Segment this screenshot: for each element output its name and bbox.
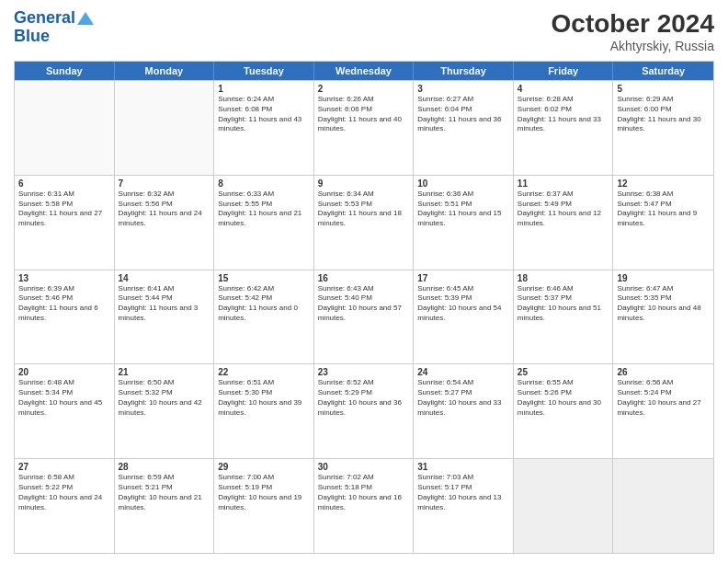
calendar-cell-15: 15Sunrise: 6:42 AM Sunset: 5:42 PM Dayli… (214, 270, 314, 364)
day-info: Sunrise: 6:27 AM Sunset: 6:04 PM Dayligh… (417, 95, 509, 134)
day-number: 10 (417, 178, 509, 189)
calendar-cell-empty (613, 459, 713, 553)
calendar-cell-22: 22Sunrise: 6:51 AM Sunset: 5:30 PM Dayli… (214, 364, 314, 458)
calendar-cell-2: 2Sunrise: 6:26 AM Sunset: 6:06 PM Daylig… (314, 81, 415, 175)
day-info: Sunrise: 6:47 AM Sunset: 5:35 PM Dayligh… (617, 284, 710, 324)
calendar-row-5: 27Sunrise: 6:58 AM Sunset: 5:22 PM Dayli… (15, 458, 713, 553)
calendar-cell-1: 1Sunrise: 6:24 AM Sunset: 6:08 PM Daylig… (214, 81, 314, 175)
header-day-monday: Monday (115, 62, 215, 80)
logo-icon (77, 10, 94, 27)
calendar-cell-14: 14Sunrise: 6:41 AM Sunset: 5:44 PM Dayli… (115, 270, 215, 364)
day-number: 31 (417, 462, 509, 472)
day-info: Sunrise: 6:48 AM Sunset: 5:34 PM Dayligh… (18, 378, 110, 418)
day-info: Sunrise: 6:58 AM Sunset: 5:22 PM Dayligh… (18, 473, 110, 512)
day-info: Sunrise: 7:03 AM Sunset: 5:17 PM Dayligh… (417, 473, 509, 512)
header-day-friday: Friday (514, 62, 614, 80)
calendar-cell-6: 6Sunrise: 6:31 AM Sunset: 5:58 PM Daylig… (15, 176, 115, 270)
day-info: Sunrise: 6:28 AM Sunset: 6:02 PM Dayligh… (518, 95, 609, 134)
calendar-cell-27: 27Sunrise: 6:58 AM Sunset: 5:22 PM Dayli… (15, 459, 115, 553)
day-number: 8 (218, 178, 310, 189)
calendar-cell-31: 31Sunrise: 7:03 AM Sunset: 5:17 PM Dayli… (414, 459, 514, 553)
day-info: Sunrise: 6:56 AM Sunset: 5:24 PM Dayligh… (617, 378, 710, 418)
calendar-cell-4: 4Sunrise: 6:28 AM Sunset: 6:02 PM Daylig… (514, 81, 614, 175)
day-info: Sunrise: 6:31 AM Sunset: 5:58 PM Dayligh… (18, 190, 110, 229)
day-info: Sunrise: 7:02 AM Sunset: 5:18 PM Dayligh… (318, 473, 410, 512)
day-number: 4 (518, 84, 609, 94)
calendar-cell-30: 30Sunrise: 7:02 AM Sunset: 5:18 PM Dayli… (314, 459, 415, 553)
calendar-cell-7: 7Sunrise: 6:32 AM Sunset: 5:56 PM Daylig… (115, 176, 215, 270)
logo: General Blue (14, 9, 94, 46)
day-info: Sunrise: 6:54 AM Sunset: 5:27 PM Dayligh… (417, 378, 509, 418)
day-number: 24 (417, 367, 509, 377)
day-info: Sunrise: 6:41 AM Sunset: 5:44 PM Dayligh… (119, 284, 210, 324)
calendar-cell-11: 11Sunrise: 6:37 AM Sunset: 5:49 PM Dayli… (514, 176, 614, 270)
day-info: Sunrise: 6:34 AM Sunset: 5:53 PM Dayligh… (318, 190, 410, 229)
svg-marker-0 (77, 12, 94, 25)
calendar-cell-21: 21Sunrise: 6:50 AM Sunset: 5:32 PM Dayli… (115, 364, 215, 458)
day-number: 17 (417, 273, 509, 283)
calendar-cell-5: 5Sunrise: 6:29 AM Sunset: 6:00 PM Daylig… (613, 81, 713, 175)
day-info: Sunrise: 6:52 AM Sunset: 5:29 PM Dayligh… (318, 378, 410, 418)
calendar-cell-12: 12Sunrise: 6:38 AM Sunset: 5:47 PM Dayli… (613, 176, 713, 270)
calendar-cell-empty (15, 81, 115, 175)
day-number: 2 (318, 84, 410, 94)
header-day-saturday: Saturday (613, 62, 713, 80)
day-info: Sunrise: 7:00 AM Sunset: 5:19 PM Dayligh… (218, 473, 310, 512)
day-number: 14 (119, 273, 210, 283)
day-number: 27 (18, 462, 110, 472)
title-location: Akhtyrskiy, Russia (552, 39, 714, 53)
day-info: Sunrise: 6:50 AM Sunset: 5:32 PM Dayligh… (119, 378, 210, 418)
day-number: 13 (18, 273, 110, 283)
day-info: Sunrise: 6:26 AM Sunset: 6:06 PM Dayligh… (318, 95, 410, 134)
calendar-cell-8: 8Sunrise: 6:33 AM Sunset: 5:55 PM Daylig… (214, 176, 314, 270)
calendar-row-2: 6Sunrise: 6:31 AM Sunset: 5:58 PM Daylig… (15, 175, 713, 270)
calendar-cell-20: 20Sunrise: 6:48 AM Sunset: 5:34 PM Dayli… (15, 364, 115, 458)
day-number: 30 (318, 462, 410, 472)
day-info: Sunrise: 6:36 AM Sunset: 5:51 PM Dayligh… (417, 190, 509, 229)
calendar-cell-23: 23Sunrise: 6:52 AM Sunset: 5:29 PM Dayli… (314, 364, 415, 458)
day-number: 28 (119, 462, 210, 472)
day-number: 11 (518, 178, 609, 189)
calendar: SundayMondayTuesdayWednesdayThursdayFrid… (14, 61, 714, 554)
day-number: 16 (318, 273, 410, 283)
day-number: 19 (617, 273, 710, 283)
title-month: October 2024 (552, 9, 714, 39)
day-info: Sunrise: 6:38 AM Sunset: 5:47 PM Dayligh… (617, 190, 710, 229)
calendar-cell-13: 13Sunrise: 6:39 AM Sunset: 5:46 PM Dayli… (15, 270, 115, 364)
calendar-row-4: 20Sunrise: 6:48 AM Sunset: 5:34 PM Dayli… (15, 363, 713, 458)
day-number: 1 (218, 84, 310, 94)
day-number: 5 (617, 84, 710, 94)
calendar-cell-9: 9Sunrise: 6:34 AM Sunset: 5:53 PM Daylig… (314, 176, 415, 270)
calendar-cell-empty (514, 459, 614, 553)
calendar-cell-24: 24Sunrise: 6:54 AM Sunset: 5:27 PM Dayli… (414, 364, 514, 458)
day-number: 22 (218, 367, 310, 377)
day-info: Sunrise: 6:55 AM Sunset: 5:26 PM Dayligh… (518, 378, 609, 418)
calendar-header: SundayMondayTuesdayWednesdayThursdayFrid… (15, 62, 713, 80)
day-number: 15 (218, 273, 310, 283)
day-number: 6 (18, 178, 110, 189)
day-info: Sunrise: 6:39 AM Sunset: 5:46 PM Dayligh… (18, 284, 110, 324)
day-info: Sunrise: 6:59 AM Sunset: 5:21 PM Dayligh… (119, 473, 210, 512)
day-info: Sunrise: 6:33 AM Sunset: 5:55 PM Dayligh… (218, 190, 310, 229)
logo-blue: Blue (14, 28, 50, 46)
calendar-row-1: 1Sunrise: 6:24 AM Sunset: 6:08 PM Daylig… (15, 80, 713, 175)
day-number: 12 (617, 178, 710, 189)
calendar-row-3: 13Sunrise: 6:39 AM Sunset: 5:46 PM Dayli… (15, 270, 713, 364)
day-info: Sunrise: 6:37 AM Sunset: 5:49 PM Dayligh… (518, 190, 609, 229)
day-info: Sunrise: 6:29 AM Sunset: 6:00 PM Dayligh… (617, 95, 710, 134)
calendar-cell-10: 10Sunrise: 6:36 AM Sunset: 5:51 PM Dayli… (414, 176, 514, 270)
calendar-cell-28: 28Sunrise: 6:59 AM Sunset: 5:21 PM Dayli… (115, 459, 215, 553)
calendar-cell-26: 26Sunrise: 6:56 AM Sunset: 5:24 PM Dayli… (613, 364, 713, 458)
logo-text: General (14, 9, 75, 28)
day-number: 3 (417, 84, 509, 94)
calendar-cell-empty (115, 81, 215, 175)
day-info: Sunrise: 6:32 AM Sunset: 5:56 PM Dayligh… (119, 190, 210, 229)
day-info: Sunrise: 6:46 AM Sunset: 5:37 PM Dayligh… (518, 284, 609, 324)
day-number: 21 (119, 367, 210, 377)
day-info: Sunrise: 6:51 AM Sunset: 5:30 PM Dayligh… (218, 378, 310, 418)
calendar-cell-29: 29Sunrise: 7:00 AM Sunset: 5:19 PM Dayli… (214, 459, 314, 553)
calendar-cell-3: 3Sunrise: 6:27 AM Sunset: 6:04 PM Daylig… (414, 81, 514, 175)
calendar-cell-17: 17Sunrise: 6:45 AM Sunset: 5:39 PM Dayli… (414, 270, 514, 364)
day-number: 20 (18, 367, 110, 377)
header-day-wednesday: Wednesday (314, 62, 415, 80)
